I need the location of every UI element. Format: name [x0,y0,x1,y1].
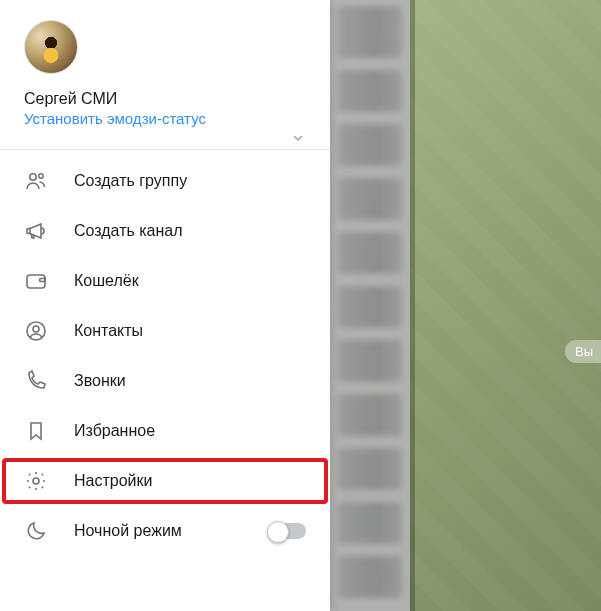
night-mode-toggle[interactable] [268,523,306,539]
sidebar: Сергей СМИ Установить эмодзи-статус Созд… [0,0,330,611]
svg-point-4 [33,326,39,332]
menu-label: Создать группу [74,172,306,190]
bookmark-icon [24,419,48,443]
menu-label: Ночной режим [74,522,268,540]
menu-item-calls[interactable]: Звонки [0,356,330,406]
chat-list-blurred [330,0,410,611]
menu-item-create-channel[interactable]: Создать канал [0,206,330,256]
svg-point-1 [39,174,43,178]
group-icon [24,169,48,193]
profile-block: Сергей СМИ Установить эмодзи-статус [0,0,330,139]
svg-point-0 [30,174,36,180]
menu-label: Контакты [74,322,306,340]
menu-label: Избранное [74,422,306,440]
phone-icon [24,369,48,393]
chat-background: Вы [330,0,601,611]
avatar[interactable] [24,20,78,74]
gear-icon [24,469,48,493]
menu-label: Звонки [74,372,306,390]
menu-item-saved[interactable]: Избранное [0,406,330,456]
scroll-pill[interactable]: Вы [565,340,601,363]
menu-item-settings[interactable]: Настройки [0,456,330,506]
moon-icon [24,519,48,543]
menu-label: Кошелёк [74,272,306,290]
menu-item-night-mode[interactable]: Ночной режим [0,506,330,556]
menu-item-wallet[interactable]: Кошелёк [0,256,330,306]
set-emoji-status-link[interactable]: Установить эмодзи-статус [24,110,306,127]
chevron-down-icon[interactable] [290,130,306,146]
user-icon [24,319,48,343]
menu-item-contacts[interactable]: Контакты [0,306,330,356]
menu-label: Настройки [74,472,306,490]
menu-label: Создать канал [74,222,306,240]
menu-item-create-group[interactable]: Создать группу [0,156,330,206]
svg-point-5 [33,478,39,484]
username: Сергей СМИ [24,90,306,108]
megaphone-icon [24,219,48,243]
menu: Создать группу Создать канал Кошелё [0,150,330,556]
wallet-icon [24,269,48,293]
